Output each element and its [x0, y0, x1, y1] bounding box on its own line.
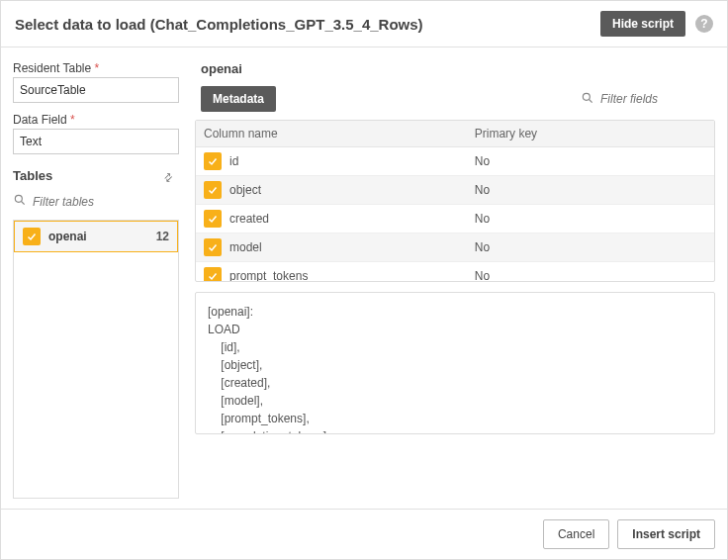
filter-fields-input[interactable] [600, 92, 709, 106]
column-row[interactable]: prompt_tokensNo [196, 262, 714, 281]
insert-script-button[interactable]: Insert script [617, 519, 715, 549]
help-icon[interactable]: ? [695, 15, 713, 33]
column-primary-key: No [467, 207, 714, 231]
table-item[interactable]: openai 12 [14, 221, 178, 252]
search-icon [13, 193, 27, 210]
column-name: model [229, 240, 262, 254]
column-row[interactable]: objectNo [196, 176, 714, 205]
metadata-button[interactable]: Metadata [201, 86, 276, 112]
dialog-title: Select data to load (Chat_Completions_GP… [15, 16, 600, 33]
checkbox-icon[interactable] [23, 228, 41, 245]
column-name: prompt_tokens [229, 269, 308, 281]
checkbox-icon[interactable] [204, 238, 222, 256]
column-name: object [229, 183, 261, 197]
checkbox-icon[interactable] [204, 152, 222, 170]
svg-point-2 [583, 93, 590, 100]
svg-line-1 [22, 202, 25, 205]
svg-point-0 [15, 195, 22, 202]
column-primary-key: No [467, 264, 714, 281]
connection-title: openai [201, 61, 715, 76]
cancel-button[interactable]: Cancel [543, 519, 609, 549]
search-icon [581, 91, 594, 108]
tables-list: openai 12 [13, 220, 179, 499]
filter-fields-row [581, 91, 709, 108]
fields-toolbar: Metadata [195, 86, 715, 112]
filter-tables-input[interactable] [33, 195, 182, 209]
checkbox-icon[interactable] [204, 267, 222, 281]
columns-table: Column name Primary key idNoobjectNocrea… [195, 120, 715, 282]
column-primary-key: No [467, 235, 714, 259]
columns-body[interactable]: idNoobjectNocreatedNomodelNoprompt_token… [196, 147, 714, 281]
columns-header-row: Column name Primary key [196, 121, 714, 147]
main-content: Resident Table * Data Field * Tables ↗↙ … [1, 47, 727, 509]
column-name-header: Column name [196, 121, 467, 146]
checkbox-icon[interactable] [204, 181, 222, 199]
dialog-header: Select data to load (Chat_Completions_GP… [1, 1, 727, 47]
dialog-footer: Cancel Insert script [1, 509, 727, 559]
data-field-label: Data Field * [13, 113, 179, 127]
resident-table-label: Resident Table * [13, 61, 179, 75]
primary-key-header: Primary key [467, 121, 714, 146]
resident-table-input[interactable] [13, 77, 179, 103]
right-panel: openai Metadata Column name Primary key … [191, 47, 727, 509]
data-field-input[interactable] [13, 129, 179, 154]
required-asterisk-icon: * [70, 113, 75, 127]
left-panel: Resident Table * Data Field * Tables ↗↙ … [1, 47, 191, 509]
expand-panel-icon[interactable]: ↗↙ [163, 170, 179, 181]
checkbox-icon[interactable] [204, 210, 222, 228]
column-row[interactable]: modelNo [196, 233, 714, 262]
tables-label: Tables [13, 168, 52, 183]
column-primary-key: No [467, 149, 714, 173]
hide-script-button[interactable]: Hide script [600, 11, 685, 37]
column-row[interactable]: idNo [196, 147, 714, 176]
column-name: created [229, 212, 269, 226]
script-preview[interactable]: [openai]: LOAD [id], [object], [created]… [195, 292, 715, 434]
filter-tables-row [13, 193, 179, 210]
column-name: id [229, 154, 238, 168]
tables-section-header: Tables ↗↙ [13, 168, 179, 183]
required-asterisk-icon: * [95, 61, 100, 75]
table-item-name: openai [48, 230, 156, 243]
table-item-count: 12 [156, 230, 169, 243]
column-primary-key: No [467, 178, 714, 202]
column-row[interactable]: createdNo [196, 205, 714, 233]
svg-line-3 [590, 99, 592, 102]
